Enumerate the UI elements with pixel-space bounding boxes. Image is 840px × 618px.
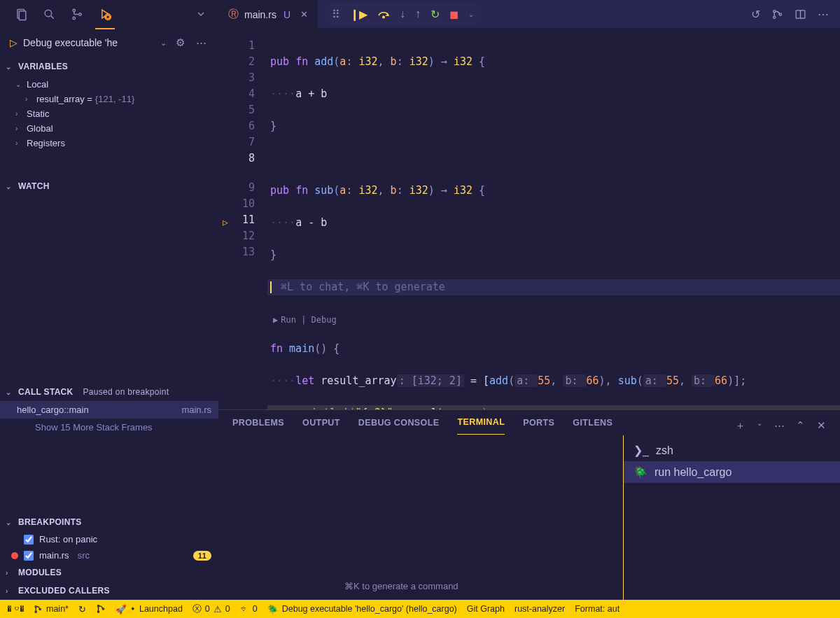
terminal-item[interactable]: 🪲run hello_cargo xyxy=(624,461,840,483)
tab-gitlens[interactable]: GITLENS xyxy=(573,418,612,435)
more-icon[interactable]: ⋯ xyxy=(193,36,209,49)
scope-registers[interactable]: ›Registers xyxy=(0,136,218,150)
svg-point-13 xyxy=(774,10,776,12)
drag-handle-icon[interactable]: ⠿ xyxy=(332,8,340,21)
panel-more-icon[interactable]: ⋯ xyxy=(774,419,785,433)
breakpoint-row[interactable]: Rust: on panic xyxy=(0,531,218,547)
status-rust-analyzer[interactable]: rust-analyzer xyxy=(514,604,565,614)
breakpoint-dot xyxy=(11,536,18,543)
explorer-icon[interactable] xyxy=(7,0,35,28)
close-panel-icon[interactable]: ✕ xyxy=(817,419,826,433)
terminal-item[interactable]: ❯_zsh xyxy=(624,440,840,461)
stack-frame[interactable]: hello_cargo::main main.rs xyxy=(0,401,218,419)
status-gitgraph[interactable]: Git Graph xyxy=(467,604,505,614)
svg-point-20 xyxy=(39,608,41,610)
step-over-icon[interactable] xyxy=(377,9,390,19)
rust-file-icon: Ⓡ xyxy=(228,8,239,21)
code-editor[interactable]: 1234 5678 910 ▷11 1213 pub fn add(a: i32… xyxy=(218,28,840,409)
debug-config-selector[interactable]: ▷ Debug executable 'he ⌄ ⚙ ⋯ xyxy=(0,28,218,57)
section-header-excluded[interactable]: ›EXCLUDED CALLERS xyxy=(0,582,218,600)
section-header-watch[interactable]: ⌄WATCH xyxy=(0,177,218,195)
scope-global[interactable]: ›Global xyxy=(0,121,218,136)
section-header-variables[interactable]: ⌄VARIABLES xyxy=(0,57,218,76)
gear-icon[interactable]: ⚙ xyxy=(172,36,188,49)
status-launchpad[interactable]: 🚀✦ Launchpad xyxy=(115,604,183,615)
status-debug-config[interactable]: 🪲 Debug executable 'hello_cargo' (hello_… xyxy=(267,604,457,615)
section-breakpoints: ⌄BREAKPOINTS Rust: on panic main.rs src … xyxy=(0,513,218,563)
debug-terminal-icon: 🪲 xyxy=(634,465,648,479)
compare-icon[interactable] xyxy=(771,8,783,20)
code-content[interactable]: pub fn add(a: i32, b: i32) → i32 { ····a… xyxy=(267,28,840,409)
stop-icon[interactable]: ◼ xyxy=(449,8,458,21)
main-area: 1234 5678 910 ▷11 1213 pub fn add(a: i32… xyxy=(218,28,840,600)
status-branch[interactable]: main* xyxy=(34,604,69,614)
sync-icon[interactable]: ↻ xyxy=(78,604,86,615)
more-actions-icon[interactable]: ⋯ xyxy=(818,8,829,21)
svg-point-21 xyxy=(97,605,99,607)
status-format[interactable]: Format: aut xyxy=(575,604,620,614)
more-stack-frames[interactable]: Show 15 More Stack Frames xyxy=(0,419,218,436)
search-icon[interactable] xyxy=(35,0,63,28)
close-tab-icon[interactable]: ✕ xyxy=(300,9,308,20)
tab-debug-console[interactable]: DEBUG CONSOLE xyxy=(358,418,440,435)
step-out-icon[interactable]: ↑ xyxy=(415,8,421,20)
variable-row[interactable]: › result_array = {121, -11} xyxy=(0,92,218,106)
source-control-icon[interactable] xyxy=(63,0,91,28)
section-header-modules[interactable]: ›MODULES xyxy=(0,563,218,582)
file-tab-name: main.rs xyxy=(244,9,276,20)
collapse-chevron-icon[interactable] xyxy=(190,8,211,20)
section-variables: ⌄VARIABLES ⌄Local › result_array = {121,… xyxy=(0,57,218,156)
breakpoint-row[interactable]: main.rs src 11 xyxy=(0,547,218,563)
history-icon[interactable]: ↺ xyxy=(751,8,760,21)
tab-problems[interactable]: PROBLEMS xyxy=(232,418,284,435)
activity-bar xyxy=(0,0,218,28)
split-editor-icon[interactable] xyxy=(794,8,806,20)
start-debug-icon[interactable]: ▷ xyxy=(10,37,18,48)
terminal-view[interactable]: ⌘K to generate a command xyxy=(218,435,623,600)
debug-dropdown-icon[interactable]: ⌄ xyxy=(468,10,474,18)
terminal-hint: ⌘K to generate a command xyxy=(344,581,458,591)
status-problems[interactable]: ⓧ 0 ⚠ 0 xyxy=(192,603,230,615)
terminal-list: ❯_zsh 🪲run hello_cargo xyxy=(623,435,840,600)
tab-ports[interactable]: PORTS xyxy=(523,418,554,435)
bottom-panel: PROBLEMS OUTPUT DEBUG CONSOLE TERMINAL P… xyxy=(218,409,840,600)
remote-icon[interactable]: �ပ� xyxy=(7,604,24,614)
svg-point-6 xyxy=(78,13,80,15)
current-line-icon: ▷ xyxy=(289,407,295,409)
section-header-callstack[interactable]: ⌄CALL STACKPaused on breakpoint xyxy=(0,383,218,401)
file-tab[interactable]: Ⓡ main.rs U ✕ xyxy=(218,0,318,28)
svg-point-18 xyxy=(35,605,36,607)
debug-toolbar: ⠿ ❙▶ ↓ ↑ ↻ ◼ ⌄ xyxy=(325,3,481,24)
new-terminal-icon[interactable]: ＋ xyxy=(735,419,746,433)
cursor xyxy=(270,281,272,293)
maximize-panel-icon[interactable]: ⌃ xyxy=(796,419,805,433)
svg-point-22 xyxy=(97,611,99,612)
svg-point-12 xyxy=(383,16,384,17)
scope-static[interactable]: ›Static xyxy=(0,106,218,121)
svg-line-3 xyxy=(50,15,53,18)
section-header-breakpoints[interactable]: ⌄BREAKPOINTS xyxy=(0,513,218,531)
continue-icon[interactable]: ❙▶ xyxy=(350,8,368,21)
debug-icon[interactable] xyxy=(91,0,119,28)
status-radio[interactable]: ᯤ 0 xyxy=(240,604,258,614)
gutter: 1234 5678 910 ▷11 1213 xyxy=(218,28,267,409)
svg-point-19 xyxy=(35,611,36,612)
tab-output[interactable]: OUTPUT xyxy=(302,418,340,435)
codelens[interactable]: ▶Run | Debug xyxy=(270,315,337,325)
inline-hint: ⌘L to chat, ⌘K to generate xyxy=(281,281,445,293)
terminal-dropdown-icon[interactable]: ⌄ xyxy=(757,419,762,433)
editor-tabs: Ⓡ main.rs U ✕ ⠿ ❙▶ ↓ ↑ ↻ ◼ ⌄ ↺ ⋯ xyxy=(218,0,840,28)
step-into-icon[interactable]: ↓ xyxy=(400,8,405,20)
graph-icon[interactable] xyxy=(96,604,106,614)
panel-tabs: PROBLEMS OUTPUT DEBUG CONSOLE TERMINAL P… xyxy=(218,410,840,435)
chevron-down-icon[interactable]: ⌄ xyxy=(160,38,167,48)
scope-local[interactable]: ⌄Local xyxy=(0,77,218,92)
tab-terminal[interactable]: TERMINAL xyxy=(457,417,505,435)
breakpoint-checkbox[interactable] xyxy=(24,535,34,545)
svg-point-2 xyxy=(45,10,51,17)
svg-point-14 xyxy=(774,16,776,18)
svg-point-5 xyxy=(73,17,75,19)
debug-config-name: Debug executable 'he xyxy=(23,37,155,48)
restart-icon[interactable]: ↻ xyxy=(430,8,440,21)
breakpoint-checkbox[interactable] xyxy=(24,551,34,561)
